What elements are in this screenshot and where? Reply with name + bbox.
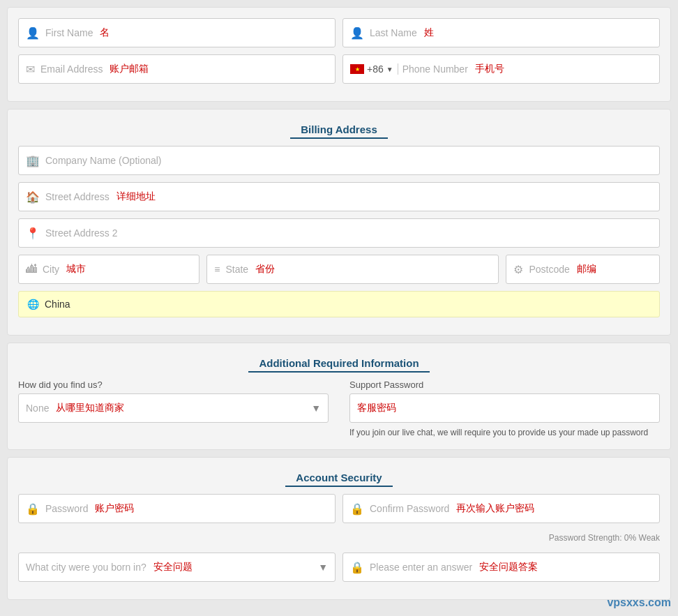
state-icon: ≡ — [214, 264, 220, 275]
city-field[interactable]: 🏙 City 城市 — [18, 255, 199, 284]
state-hint: 省份 — [255, 263, 275, 276]
china-flag — [350, 64, 364, 74]
support-password-info: If you join our live chat, we will requi… — [349, 426, 660, 439]
city-icon: 🏙 — [26, 263, 37, 276]
country-field[interactable]: 🌐 China — [18, 291, 660, 317]
dropdown-arrow: ▼ — [311, 403, 321, 414]
street2-icon: 📍 — [26, 227, 40, 240]
first-name-hint: 名 — [100, 27, 110, 39]
company-placeholder: Company Name (Optional) — [45, 155, 162, 166]
email-field[interactable]: ✉ Email Address 账户邮箱 — [18, 54, 336, 84]
security-answer-field[interactable]: 🔒 Please enter an answer 安全问题答案 — [342, 553, 660, 582]
postcode-placeholder: Postcode — [529, 264, 569, 275]
street1-field[interactable]: 🏠 Street Address 详细地址 — [18, 182, 660, 211]
security-question-field[interactable]: What city were you born in? 安全问题 ▼ — [18, 553, 336, 582]
email-hint: 账户邮箱 — [110, 63, 149, 75]
person-icon-2: 👤 — [350, 27, 364, 40]
street1-hint: 详细地址 — [116, 190, 156, 203]
first-name-field[interactable]: 👤 First Name 名 — [18, 18, 336, 47]
street2-field[interactable]: 📍 Street Address 2 — [18, 218, 660, 248]
security-answer-placeholder: Please enter an answer — [370, 562, 472, 573]
postcode-icon: ⚙ — [513, 263, 523, 276]
billing-title: Billing Address — [18, 123, 660, 135]
additional-title: Additional Required Information — [18, 357, 660, 369]
email-icon: ✉ — [26, 63, 35, 76]
security-answer-hint: 安全问题答案 — [479, 561, 538, 573]
lock-icon-2: 🔒 — [350, 502, 364, 516]
building-icon: 🏢 — [26, 154, 40, 167]
confirm-password-hint: 再次输入账户密码 — [456, 502, 534, 515]
watermark: vpsxxs.com — [607, 596, 671, 609]
password-field[interactable]: 🔒 Password 账户密码 — [18, 494, 336, 523]
state-placeholder: State — [225, 264, 248, 275]
phone-prefix[interactable]: +86 ▼ — [350, 63, 398, 75]
last-name-field[interactable]: 👤 Last Name 姓 — [342, 18, 660, 47]
security-question-placeholder: What city were you born in? — [26, 562, 146, 573]
password-hint: 账户密码 — [95, 502, 134, 515]
last-name-hint: 姓 — [424, 27, 434, 39]
how-found-value: None — [26, 403, 49, 414]
confirm-password-field[interactable]: 🔒 Confirm Password 再次输入账户密码 — [342, 494, 660, 523]
password-strength: Password Strength: 0% Weak — [342, 530, 660, 546]
phone-hint: 手机号 — [475, 63, 504, 75]
security-title: Account Security — [18, 472, 660, 483]
postcode-field[interactable]: ⚙ Postcode 邮编 — [506, 255, 660, 284]
phone-placeholder: Phone Number — [402, 63, 468, 75]
chevron-down-icon: ▼ — [386, 66, 393, 73]
person-icon: 👤 — [26, 27, 40, 40]
support-password-field[interactable]: 客服密码 — [349, 393, 660, 423]
state-field[interactable]: ≡ State 省份 — [206, 255, 499, 284]
confirm-password-placeholder: Confirm Password — [370, 503, 449, 514]
password-placeholder: Password — [45, 503, 88, 514]
country-value: China — [45, 299, 70, 310]
street1-placeholder: Street Address — [45, 191, 110, 202]
city-hint: 城市 — [66, 263, 86, 276]
globe-icon: 🌐 — [27, 299, 39, 310]
how-found-label: How did you find us? — [18, 380, 329, 390]
how-found-field[interactable]: None 从哪里知道商家 ▼ — [18, 393, 329, 423]
phone-code: +86 — [367, 63, 384, 75]
how-found-hint: 从哪里知道商家 — [56, 402, 124, 414]
lock-icon: 🔒 — [26, 502, 40, 516]
lock-icon-3: 🔒 — [350, 561, 364, 574]
city-placeholder: City — [43, 264, 59, 275]
last-name-placeholder: Last Name — [370, 27, 417, 38]
support-password-label: Support Password — [349, 380, 660, 390]
security-question-hint: 安全问题 — [153, 561, 193, 573]
company-field[interactable]: 🏢 Company Name (Optional) — [18, 146, 660, 175]
support-password-hint: 客服密码 — [357, 402, 396, 414]
street2-placeholder: Street Address 2 — [45, 227, 118, 239]
postcode-hint: 邮编 — [577, 263, 596, 276]
email-placeholder: Email Address — [40, 63, 103, 75]
first-name-placeholder: First Name — [45, 27, 93, 38]
security-dropdown-arrow: ▼ — [318, 562, 328, 573]
phone-field[interactable]: +86 ▼ Phone Number 手机号 — [342, 54, 660, 84]
street1-icon: 🏠 — [26, 190, 40, 204]
